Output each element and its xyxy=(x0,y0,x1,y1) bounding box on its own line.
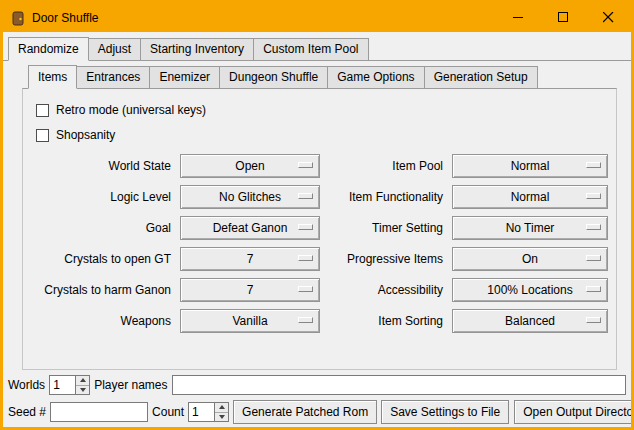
tab-randomize[interactable]: Randomize xyxy=(8,37,89,61)
logic-level-dropdown[interactable]: No Glitches xyxy=(180,185,320,209)
arrow-down-icon xyxy=(219,415,225,419)
titlebar[interactable]: Door Shuffle xyxy=(3,3,631,32)
player-names-input[interactable] xyxy=(172,375,627,395)
item-functionality-dropdown[interactable]: Normal xyxy=(452,185,608,209)
weapons-value: Vanilla xyxy=(232,314,267,328)
right-buttons-group: Save Settings to File Open Output Direct… xyxy=(381,400,634,424)
progressive-items-dropdown[interactable]: On xyxy=(452,247,608,271)
minimize-button[interactable] xyxy=(496,3,541,32)
tab-custom-item-pool[interactable]: Custom Item Pool xyxy=(253,38,368,61)
seed-label: Seed # xyxy=(8,405,46,419)
dropdown-indicator-icon xyxy=(586,255,601,261)
sub-tabbar: Items Entrances Enemizer Dungeon Shuffle… xyxy=(28,66,631,88)
item-sorting-value: Balanced xyxy=(505,314,555,328)
item-pool-label: Item Pool xyxy=(329,159,443,173)
shopsanity-checkbox-row: Shopsanity xyxy=(36,128,608,142)
arrow-up-icon xyxy=(219,405,225,409)
open-output-directory-button[interactable]: Open Output Directory xyxy=(514,400,634,424)
retro-mode-label: Retro mode (universal keys) xyxy=(56,103,206,117)
dropdown-indicator-icon xyxy=(298,286,313,292)
tab-items[interactable]: Items xyxy=(28,65,77,89)
accessibility-label: Accessibility xyxy=(329,283,443,297)
timer-setting-value: No Timer xyxy=(506,221,555,235)
option-fields: World State Open Item Pool Normal Logic … xyxy=(31,154,608,333)
accessibility-dropdown[interactable]: 100% Locations xyxy=(452,278,608,302)
app-window: Door Shuffle Randomize Adjust Starting I… xyxy=(0,0,634,430)
retro-mode-checkbox[interactable] xyxy=(36,104,49,117)
dropdown-indicator-icon xyxy=(586,193,601,199)
goal-value: Defeat Ganon xyxy=(213,221,288,235)
count-spinbox-value[interactable]: 1 xyxy=(188,402,214,422)
save-settings-button[interactable]: Save Settings to File xyxy=(381,400,509,424)
timer-setting-dropdown[interactable]: No Timer xyxy=(452,216,608,240)
tab-starting-inventory[interactable]: Starting Inventory xyxy=(140,38,254,61)
items-pane: Retro mode (universal keys) Shopsanity W… xyxy=(22,88,617,370)
tab-dungeon-shuffle[interactable]: Dungeon Shuffle xyxy=(219,66,328,89)
seed-row: Seed # Count 1 Generate Patched Rom Save… xyxy=(8,400,626,424)
weapons-dropdown[interactable]: Vanilla xyxy=(180,309,320,333)
crystals-harm-ganon-dropdown[interactable]: 7 xyxy=(180,278,320,302)
progressive-items-value: On xyxy=(522,252,538,266)
item-pool-value: Normal xyxy=(511,159,550,173)
count-spinbox-arrows xyxy=(214,402,229,422)
tab-game-options[interactable]: Game Options xyxy=(327,66,424,89)
worlds-spinbox-arrows xyxy=(75,375,90,395)
item-functionality-label: Item Functionality xyxy=(329,190,443,204)
app-icon xyxy=(10,10,26,26)
item-pool-dropdown[interactable]: Normal xyxy=(452,154,608,178)
crystals-open-gt-dropdown[interactable]: 7 xyxy=(180,247,320,271)
logic-level-value: No Glitches xyxy=(219,190,281,204)
dropdown-indicator-icon xyxy=(298,317,313,323)
randomize-pane: Items Entrances Enemizer Dungeon Shuffle… xyxy=(3,60,631,399)
window-title: Door Shuffle xyxy=(32,11,99,25)
tab-enemizer[interactable]: Enemizer xyxy=(149,66,220,89)
dropdown-indicator-icon xyxy=(586,286,601,292)
generate-patched-rom-button[interactable]: Generate Patched Rom xyxy=(233,400,377,424)
item-sorting-dropdown[interactable]: Balanced xyxy=(452,309,608,333)
worlds-spin-up-button[interactable] xyxy=(76,376,89,385)
count-spin-down-button[interactable] xyxy=(215,412,228,422)
goal-dropdown[interactable]: Defeat Ganon xyxy=(180,216,320,240)
goal-label: Goal xyxy=(31,221,171,235)
timer-setting-label: Timer Setting xyxy=(329,221,443,235)
count-spin-up-button[interactable] xyxy=(215,403,228,412)
dropdown-indicator-icon xyxy=(586,224,601,230)
crystals-open-gt-value: 7 xyxy=(247,252,254,266)
count-spinbox[interactable]: 1 xyxy=(188,402,229,422)
seed-input[interactable] xyxy=(50,402,148,422)
dropdown-indicator-icon xyxy=(298,162,313,168)
worlds-spinbox-value[interactable]: 1 xyxy=(49,375,75,395)
worlds-label: Worlds xyxy=(8,378,45,392)
count-label: Count xyxy=(152,405,184,419)
tab-entrances[interactable]: Entrances xyxy=(76,66,150,89)
crystals-harm-ganon-value: 7 xyxy=(247,283,254,297)
tab-generation-setup[interactable]: Generation Setup xyxy=(424,66,538,89)
worlds-row: Worlds 1 Player names xyxy=(8,375,626,395)
dropdown-indicator-icon xyxy=(586,162,601,168)
main-tabbar: Randomize Adjust Starting Inventory Cust… xyxy=(8,38,631,60)
world-state-label: World State xyxy=(31,159,171,173)
bottom-bar: Worlds 1 Player names Seed # Count 1 xyxy=(3,375,631,424)
player-names-label: Player names xyxy=(94,378,167,392)
dropdown-indicator-icon xyxy=(586,317,601,323)
weapons-label: Weapons xyxy=(31,314,171,328)
dropdown-indicator-icon xyxy=(298,193,313,199)
logic-level-label: Logic Level xyxy=(31,190,171,204)
tab-adjust[interactable]: Adjust xyxy=(88,38,141,61)
crystals-open-gt-label: Crystals to open GT xyxy=(31,252,171,266)
crystals-harm-ganon-label: Crystals to harm Ganon xyxy=(31,283,171,297)
item-sorting-label: Item Sorting xyxy=(329,314,443,328)
world-state-dropdown[interactable]: Open xyxy=(180,154,320,178)
arrow-down-icon xyxy=(80,388,86,392)
worlds-spinbox[interactable]: 1 xyxy=(49,375,90,395)
shopsanity-label: Shopsanity xyxy=(56,128,115,142)
progressive-items-label: Progressive Items xyxy=(329,252,443,266)
dropdown-indicator-icon xyxy=(298,224,313,230)
item-functionality-value: Normal xyxy=(511,190,550,204)
retro-mode-checkbox-row: Retro mode (universal keys) xyxy=(36,103,608,117)
world-state-value: Open xyxy=(235,159,264,173)
shopsanity-checkbox[interactable] xyxy=(36,129,49,142)
worlds-spin-down-button[interactable] xyxy=(76,385,89,395)
close-button[interactable] xyxy=(586,3,631,32)
maximize-button[interactable] xyxy=(541,3,586,32)
